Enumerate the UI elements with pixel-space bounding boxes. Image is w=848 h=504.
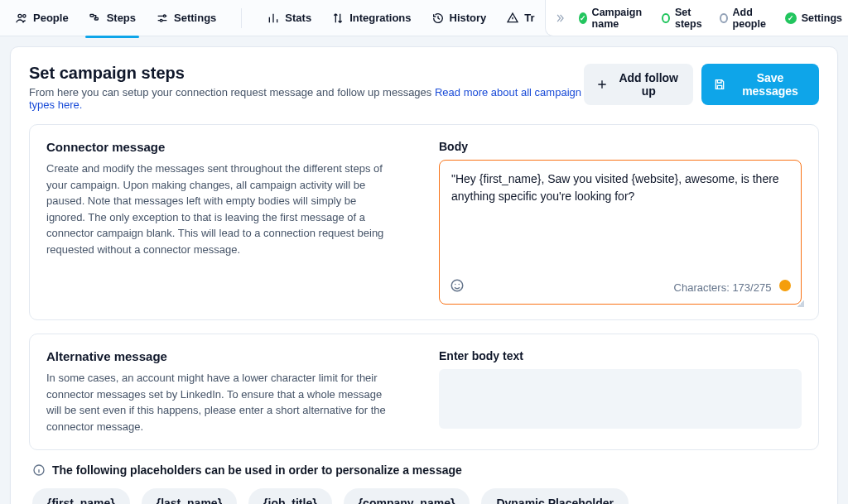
ring-todo-icon xyxy=(720,13,728,23)
nav-tr-label: Tr xyxy=(524,12,534,24)
alternative-desc: In some cases, an account might have a l… xyxy=(46,370,394,434)
svg-point-7 xyxy=(455,284,456,286)
placeholder-chip-dynamic[interactable]: Dynamic Placeholder xyxy=(481,488,629,504)
step-settings[interactable]: Settings xyxy=(785,12,842,24)
connector-desc: Create and modify the messages sent thro… xyxy=(46,161,394,257)
svg-point-5 xyxy=(160,19,162,22)
connector-info: Connector message Create and modify the … xyxy=(46,140,409,305)
alternative-info: Alternative message In some cases, an ac… xyxy=(46,349,409,434)
steps-icon xyxy=(89,12,102,25)
nav-steps[interactable]: Steps xyxy=(85,7,139,30)
connector-body: Body "Hey {first_name}, Saw you visited … xyxy=(439,140,802,305)
chevrons-right-icon[interactable] xyxy=(554,12,566,24)
placeholder-chip-last-name[interactable]: {last_name} xyxy=(142,488,237,504)
step-campaign-name[interactable]: Campaign name xyxy=(579,7,649,30)
top-navbar: People Steps Settings Stats Integr xyxy=(0,0,848,36)
bar-chart-icon xyxy=(267,12,280,25)
main-card: Set campaign steps From here you can set… xyxy=(10,46,838,504)
svg-point-1 xyxy=(23,14,26,17)
step-label: Add people xyxy=(733,7,772,30)
campaign-stepper: Campaign name Set steps Add people Setti… xyxy=(545,0,848,36)
body-label: Body xyxy=(439,140,802,153)
nav-stats[interactable]: Stats xyxy=(263,7,315,30)
sliders-icon xyxy=(156,12,169,25)
placeholder-chip-company-name[interactable]: {company_name} xyxy=(344,488,470,504)
nav-people[interactable]: People xyxy=(12,7,72,30)
placeholders-head-text: The following placeholders can be used i… xyxy=(52,463,462,477)
char-counter: 173/275 xyxy=(732,281,771,294)
nav-integrations[interactable]: Integrations xyxy=(328,7,414,30)
alternative-body: Enter body text xyxy=(439,349,802,434)
char-label: Characters: xyxy=(674,281,733,294)
placeholders-head: The following placeholders can be used i… xyxy=(32,463,819,477)
step-set-steps[interactable]: Set steps xyxy=(662,7,706,30)
plus-icon xyxy=(595,78,609,91)
placeholder-chips: {first_name} {last_name} {job_title} {co… xyxy=(32,488,819,504)
placeholder-chip-first-name[interactable]: {first_name} xyxy=(32,488,130,504)
warning-dot-icon xyxy=(779,280,791,291)
warning-icon xyxy=(506,12,519,25)
char-counter-wrap: Characters: 173/275 xyxy=(674,280,791,294)
alt-body-label: Enter body text xyxy=(439,349,802,362)
nav-left-group: People Steps Settings Stats Integr xyxy=(5,0,545,36)
placeholder-chip-job-title[interactable]: {job_title} xyxy=(248,488,332,504)
ring-current-icon xyxy=(662,13,669,23)
arrows-up-down-icon xyxy=(331,12,344,25)
alternative-panel: Alternative message In some cases, an ac… xyxy=(29,334,819,450)
emoji-picker-button[interactable] xyxy=(450,278,465,295)
step-add-people[interactable]: Add people xyxy=(720,7,772,30)
nav-stats-label: Stats xyxy=(285,12,311,24)
step-label: Set steps xyxy=(675,7,706,30)
svg-rect-3 xyxy=(94,17,98,20)
info-icon xyxy=(32,463,46,477)
users-icon xyxy=(15,12,28,25)
header-text: Set campaign steps From here you can set… xyxy=(29,64,584,111)
nav-history-label: History xyxy=(450,12,487,24)
header-actions: Add follow up Save messages xyxy=(584,64,819,105)
body-textarea[interactable]: "Hey {first_name}, Saw you visited {webs… xyxy=(440,161,801,271)
step-label: Campaign name xyxy=(592,7,649,30)
page-title: Set campaign steps xyxy=(29,64,584,83)
nav-tr[interactable]: Tr xyxy=(503,7,537,30)
save-messages-button[interactable]: Save messages xyxy=(701,64,819,105)
nav-settings[interactable]: Settings xyxy=(152,7,219,30)
nav-steps-label: Steps xyxy=(107,12,136,24)
nav-divider xyxy=(241,8,242,28)
connector-panel: Connector message Create and modify the … xyxy=(29,124,819,320)
nav-history[interactable]: History xyxy=(428,7,490,30)
svg-point-6 xyxy=(451,280,463,291)
svg-point-8 xyxy=(459,284,460,286)
alt-body-textarea[interactable] xyxy=(439,369,802,429)
nav-settings-label: Settings xyxy=(174,12,216,24)
card-header: Set campaign steps From here you can set… xyxy=(29,64,819,111)
save-icon xyxy=(713,78,726,91)
step-label: Settings xyxy=(802,12,842,24)
placeholders-section: The following placeholders can be used i… xyxy=(29,463,819,504)
body-footer: Characters: 173/275 xyxy=(440,271,801,304)
svg-point-4 xyxy=(163,15,166,17)
check-circle-icon xyxy=(785,12,797,24)
connector-title: Connector message xyxy=(46,140,409,154)
history-icon xyxy=(431,12,445,25)
page-subtitle: From here you can setup your connection … xyxy=(29,86,584,111)
nav-integrations-label: Integrations xyxy=(349,12,411,24)
btn-label: Add follow up xyxy=(615,71,682,98)
subtitle-text: From here you can setup your connection … xyxy=(29,86,435,98)
add-follow-up-button[interactable]: Add follow up xyxy=(584,64,693,105)
check-circle-icon xyxy=(579,12,587,24)
svg-rect-2 xyxy=(90,14,94,17)
nav-people-label: People xyxy=(33,12,69,24)
btn-label: Save messages xyxy=(733,71,807,98)
body-editor: "Hey {first_name}, Saw you visited {webs… xyxy=(439,160,802,305)
alternative-title: Alternative message xyxy=(46,349,409,363)
svg-point-0 xyxy=(18,14,22,17)
